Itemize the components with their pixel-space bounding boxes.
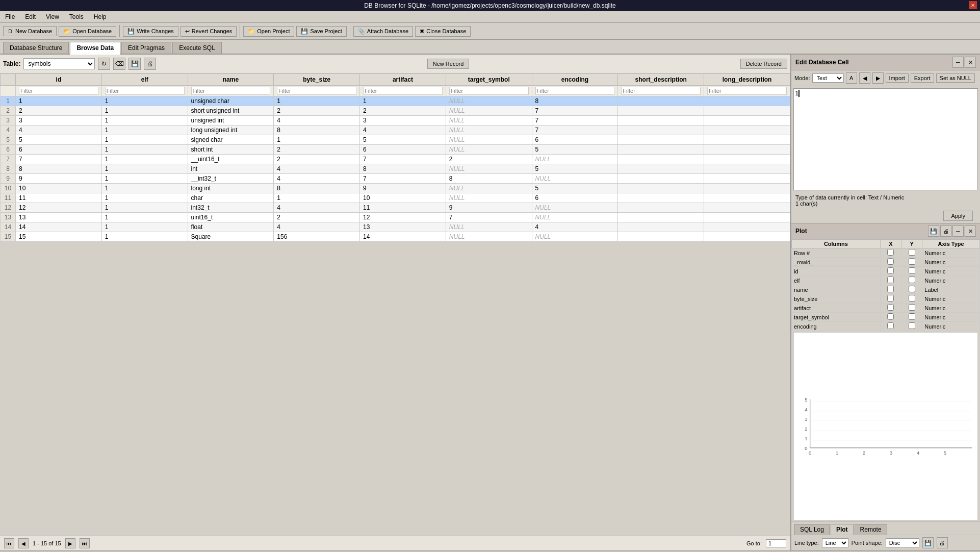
plot-col-x-checkbox[interactable] [887, 267, 894, 274]
save-filter-button[interactable]: 💾 [128, 58, 141, 70]
cell-target-symbol[interactable]: NULL [446, 232, 532, 242]
cell-byte-size[interactable]: 8 [274, 184, 360, 193]
cell-name[interactable]: short unsigned int [188, 106, 274, 116]
cell-short-desc[interactable] [618, 232, 704, 242]
filter-longdesc-input[interactable] [707, 87, 787, 95]
menu-help[interactable]: Help [91, 12, 110, 21]
cell-long-desc[interactable] [704, 222, 790, 232]
plot-col-y-checkbox[interactable] [909, 304, 915, 311]
cell-id[interactable]: 10 [16, 184, 102, 193]
goto-input[interactable] [766, 539, 786, 547]
cell-encoding[interactable]: NULL [532, 174, 618, 184]
filter-targetsymbol-input[interactable] [449, 87, 529, 95]
cell-long-desc[interactable] [704, 155, 790, 164]
plot-col-y-checkbox[interactable] [909, 249, 915, 256]
cell-byte-size[interactable]: 4 [274, 164, 360, 174]
cell-long-desc[interactable] [704, 164, 790, 174]
cell-encoding[interactable]: 7 [532, 116, 618, 126]
cell-artifact[interactable]: 8 [360, 164, 446, 174]
table-row[interactable]: 10 10 1 long int 8 9 NULL 5 [1, 184, 790, 193]
cell-name[interactable]: int32_t [188, 203, 274, 213]
cell-target-symbol[interactable]: NULL [446, 116, 532, 126]
tab-edit-pragmas[interactable]: Edit Pragmas [121, 42, 171, 54]
cell-artifact[interactable]: 13 [360, 222, 446, 232]
cell-long-desc[interactable] [704, 184, 790, 193]
cell-target-symbol[interactable]: NULL [446, 135, 532, 145]
cell-target-symbol[interactable]: NULL [446, 184, 532, 193]
table-row[interactable]: 14 14 1 float 4 13 NULL 4 [1, 222, 790, 232]
menu-file[interactable]: File [2, 12, 18, 21]
filter-elf[interactable] [101, 86, 188, 96]
cell-long-desc[interactable] [704, 145, 790, 155]
plot-close-button[interactable]: ✕ [965, 225, 976, 237]
filter-byte-size[interactable] [274, 86, 360, 96]
clear-filter-button[interactable]: ⌫ [113, 58, 125, 70]
cell-long-desc[interactable] [704, 232, 790, 242]
plot-col-y-cell[interactable] [901, 331, 922, 332]
cell-short-desc[interactable] [618, 106, 704, 116]
cell-name[interactable]: __uint16_t [188, 155, 274, 164]
table-row[interactable]: 2 2 1 short unsigned int 2 2 NULL 7 [1, 106, 790, 116]
plot-col-x-checkbox[interactable] [887, 286, 894, 292]
plot-col-y-checkbox[interactable] [909, 295, 915, 302]
cell-encoding[interactable]: NULL [532, 213, 618, 222]
cell-short-desc[interactable] [618, 193, 704, 203]
edit-cell-close[interactable]: ✕ [965, 57, 976, 68]
bottom-tab-sql-log[interactable]: SQL Log [794, 524, 830, 535]
cell-artifact[interactable]: 12 [360, 213, 446, 222]
table-row[interactable]: 15 15 1 Square 156 14 NULL NULL [1, 232, 790, 242]
cell-byte-size[interactable]: 4 [274, 222, 360, 232]
cell-long-desc[interactable] [704, 116, 790, 126]
cell-short-desc[interactable] [618, 184, 704, 193]
cell-elf[interactable]: 1 [101, 135, 188, 145]
filter-name[interactable] [188, 86, 274, 96]
filter-id-input[interactable] [19, 87, 98, 95]
col-header-rownum[interactable] [1, 74, 16, 86]
cell-id[interactable]: 12 [16, 203, 102, 213]
cell-short-desc[interactable] [618, 222, 704, 232]
cell-name[interactable]: __int32_t [188, 174, 274, 184]
cell-short-desc[interactable] [618, 174, 704, 184]
open-database-button[interactable]: 📂 Open Database [59, 26, 116, 37]
cell-encoding[interactable]: NULL [532, 155, 618, 164]
cell-long-desc[interactable] [704, 106, 790, 116]
cell-id[interactable]: 9 [16, 174, 102, 184]
cell-encoding[interactable]: 7 [532, 126, 618, 135]
cell-name[interactable]: signed char [188, 135, 274, 145]
print-button[interactable]: 🖨 [144, 58, 156, 70]
menu-edit[interactable]: Edit [22, 12, 39, 21]
plot-col-y-cell[interactable] [901, 313, 922, 322]
new-record-button[interactable]: New Record [427, 59, 470, 69]
cell-byte-size[interactable]: 2 [274, 106, 360, 116]
cell-target-symbol[interactable]: NULL [446, 222, 532, 232]
plot-col-y-cell[interactable] [901, 285, 922, 294]
cell-target-symbol[interactable]: NULL [446, 126, 532, 135]
cell-artifact[interactable]: 7 [360, 174, 446, 184]
filter-long-desc[interactable] [704, 86, 790, 96]
cell-short-desc[interactable] [618, 164, 704, 174]
cell-name[interactable]: uint16_t [188, 213, 274, 222]
filter-short-desc[interactable] [618, 86, 704, 96]
cell-artifact[interactable]: 2 [360, 106, 446, 116]
cell-target-symbol[interactable]: NULL [446, 96, 532, 106]
cell-id[interactable]: 3 [16, 116, 102, 126]
plot-col-x-checkbox[interactable] [887, 322, 894, 329]
col-header-id[interactable]: id [16, 74, 102, 86]
cell-encoding[interactable]: NULL [532, 232, 618, 242]
filter-encoding[interactable] [532, 86, 618, 96]
cell-byte-size[interactable]: 1 [274, 96, 360, 106]
cell-target-symbol[interactable]: 9 [446, 203, 532, 213]
cell-name[interactable]: Square [188, 232, 274, 242]
cell-name[interactable]: float [188, 222, 274, 232]
cell-encoding[interactable]: 6 [532, 193, 618, 203]
cell-id[interactable]: 5 [16, 135, 102, 145]
cell-byte-size[interactable]: 156 [274, 232, 360, 242]
cell-artifact[interactable]: 1 [360, 96, 446, 106]
col-header-elf[interactable]: elf [101, 74, 188, 86]
cell-artifact[interactable]: 6 [360, 145, 446, 155]
edit-cell-minimize[interactable]: ─ [952, 57, 964, 68]
cell-long-desc[interactable] [704, 203, 790, 213]
cell-artifact[interactable]: 11 [360, 203, 446, 213]
plot-col-y-cell[interactable] [901, 248, 922, 258]
cell-id[interactable]: 1 [16, 96, 102, 106]
